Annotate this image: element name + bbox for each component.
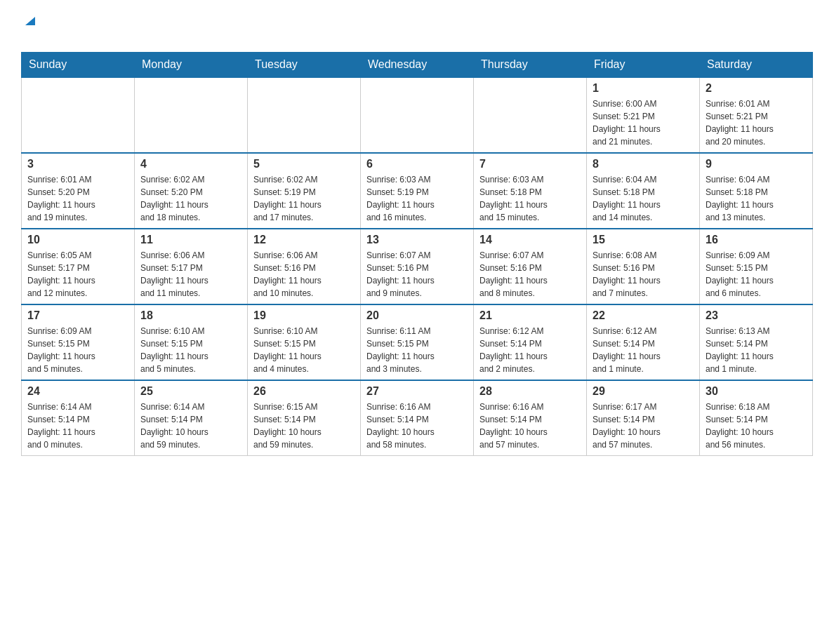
day-number: 23 (706, 309, 807, 322)
calendar-cell: 10Sunrise: 6:05 AM Sunset: 5:17 PM Dayli… (22, 229, 135, 304)
day-number: 28 (479, 385, 581, 398)
day-number: 26 (253, 385, 355, 398)
day-number: 19 (253, 309, 355, 322)
day-info: Sunrise: 6:02 AM Sunset: 5:19 PM Dayligh… (253, 173, 355, 224)
day-info: Sunrise: 6:05 AM Sunset: 5:17 PM Dayligh… (27, 249, 128, 300)
page-header (21, 14, 813, 45)
day-info: Sunrise: 6:10 AM Sunset: 5:15 PM Dayligh… (253, 325, 355, 375)
day-number: 9 (706, 158, 807, 170)
day-number: 15 (593, 234, 694, 246)
day-number: 1 (593, 82, 694, 95)
day-info: Sunrise: 6:14 AM Sunset: 5:14 PM Dayligh… (140, 401, 241, 451)
calendar-cell: 24Sunrise: 6:14 AM Sunset: 5:14 PM Dayli… (22, 380, 135, 456)
day-info: Sunrise: 6:09 AM Sunset: 5:15 PM Dayligh… (706, 249, 807, 300)
calendar-cell: 21Sunrise: 6:12 AM Sunset: 5:14 PM Dayli… (474, 304, 587, 380)
day-info: Sunrise: 6:15 AM Sunset: 5:14 PM Dayligh… (253, 401, 355, 451)
day-info: Sunrise: 6:12 AM Sunset: 5:14 PM Dayligh… (593, 325, 694, 375)
calendar-cell: 12Sunrise: 6:06 AM Sunset: 5:16 PM Dayli… (248, 229, 361, 304)
day-number: 2 (706, 82, 807, 95)
calendar-week-4: 17Sunrise: 6:09 AM Sunset: 5:15 PM Dayli… (22, 304, 813, 380)
calendar-week-5: 24Sunrise: 6:14 AM Sunset: 5:14 PM Dayli… (22, 380, 813, 456)
calendar-week-2: 3Sunrise: 6:01 AM Sunset: 5:20 PM Daylig… (22, 153, 813, 229)
day-number: 30 (706, 385, 807, 398)
calendar-cell: 11Sunrise: 6:06 AM Sunset: 5:17 PM Dayli… (135, 229, 248, 304)
calendar-cell: 20Sunrise: 6:11 AM Sunset: 5:15 PM Dayli… (361, 304, 474, 380)
calendar-cell (22, 77, 135, 153)
day-info: Sunrise: 6:00 AM Sunset: 5:21 PM Dayligh… (593, 98, 694, 148)
day-info: Sunrise: 6:18 AM Sunset: 5:14 PM Dayligh… (706, 401, 807, 451)
day-number: 13 (366, 234, 468, 246)
weekday-header-sunday: Sunday (22, 53, 135, 78)
day-info: Sunrise: 6:16 AM Sunset: 5:14 PM Dayligh… (479, 401, 581, 451)
calendar-cell: 1Sunrise: 6:00 AM Sunset: 5:21 PM Daylig… (587, 77, 700, 153)
day-number: 4 (140, 158, 241, 170)
calendar-cell: 26Sunrise: 6:15 AM Sunset: 5:14 PM Dayli… (248, 380, 361, 456)
calendar-header-row: SundayMondayTuesdayWednesdayThursdayFrid… (22, 53, 813, 78)
day-info: Sunrise: 6:03 AM Sunset: 5:18 PM Dayligh… (479, 173, 581, 224)
calendar-cell: 3Sunrise: 6:01 AM Sunset: 5:20 PM Daylig… (22, 153, 135, 229)
weekday-header-wednesday: Wednesday (361, 53, 474, 78)
weekday-header-saturday: Saturday (700, 53, 813, 78)
calendar-cell: 16Sunrise: 6:09 AM Sunset: 5:15 PM Dayli… (700, 229, 813, 304)
calendar-cell: 7Sunrise: 6:03 AM Sunset: 5:18 PM Daylig… (474, 153, 587, 229)
calendar-cell: 22Sunrise: 6:12 AM Sunset: 5:14 PM Dayli… (587, 304, 700, 380)
day-number: 25 (140, 385, 241, 398)
day-number: 8 (593, 158, 694, 170)
day-number: 10 (27, 234, 128, 246)
calendar-cell (474, 77, 587, 153)
day-info: Sunrise: 6:17 AM Sunset: 5:14 PM Dayligh… (593, 401, 694, 451)
day-number: 3 (27, 158, 128, 170)
day-info: Sunrise: 6:14 AM Sunset: 5:14 PM Dayligh… (27, 401, 128, 451)
calendar-cell: 15Sunrise: 6:08 AM Sunset: 5:16 PM Dayli… (587, 229, 700, 304)
calendar-cell: 8Sunrise: 6:04 AM Sunset: 5:18 PM Daylig… (587, 153, 700, 229)
calendar-cell: 28Sunrise: 6:16 AM Sunset: 5:14 PM Dayli… (474, 380, 587, 456)
calendar-week-3: 10Sunrise: 6:05 AM Sunset: 5:17 PM Dayli… (22, 229, 813, 304)
calendar-week-1: 1Sunrise: 6:00 AM Sunset: 5:21 PM Daylig… (22, 77, 813, 153)
day-info: Sunrise: 6:01 AM Sunset: 5:20 PM Dayligh… (27, 173, 128, 224)
logo-triangle-icon (22, 13, 38, 28)
day-info: Sunrise: 6:07 AM Sunset: 5:16 PM Dayligh… (366, 249, 468, 300)
day-info: Sunrise: 6:01 AM Sunset: 5:21 PM Dayligh… (706, 98, 807, 148)
logo (21, 14, 51, 45)
calendar-cell: 29Sunrise: 6:17 AM Sunset: 5:14 PM Dayli… (587, 380, 700, 456)
day-info: Sunrise: 6:12 AM Sunset: 5:14 PM Dayligh… (479, 325, 581, 375)
day-number: 24 (27, 385, 128, 398)
day-number: 22 (593, 309, 694, 322)
svg-marker-0 (25, 17, 35, 25)
calendar-table: SundayMondayTuesdayWednesdayThursdayFrid… (21, 52, 813, 456)
day-info: Sunrise: 6:11 AM Sunset: 5:15 PM Dayligh… (366, 325, 468, 375)
calendar-cell (135, 77, 248, 153)
weekday-header-tuesday: Tuesday (248, 53, 361, 78)
day-number: 6 (366, 158, 468, 170)
day-number: 7 (479, 158, 581, 170)
calendar-cell: 2Sunrise: 6:01 AM Sunset: 5:21 PM Daylig… (700, 77, 813, 153)
day-info: Sunrise: 6:06 AM Sunset: 5:16 PM Dayligh… (253, 249, 355, 300)
weekday-header-thursday: Thursday (474, 53, 587, 78)
day-info: Sunrise: 6:07 AM Sunset: 5:16 PM Dayligh… (479, 249, 581, 300)
calendar-cell: 19Sunrise: 6:10 AM Sunset: 5:15 PM Dayli… (248, 304, 361, 380)
calendar-cell (361, 77, 474, 153)
day-number: 27 (366, 385, 468, 398)
day-info: Sunrise: 6:08 AM Sunset: 5:16 PM Dayligh… (593, 249, 694, 300)
day-number: 11 (140, 234, 241, 246)
calendar-cell: 23Sunrise: 6:13 AM Sunset: 5:14 PM Dayli… (700, 304, 813, 380)
calendar-cell: 9Sunrise: 6:04 AM Sunset: 5:18 PM Daylig… (700, 153, 813, 229)
day-number: 20 (366, 309, 468, 322)
calendar-cell: 30Sunrise: 6:18 AM Sunset: 5:14 PM Dayli… (700, 380, 813, 456)
calendar-cell: 25Sunrise: 6:14 AM Sunset: 5:14 PM Dayli… (135, 380, 248, 456)
day-info: Sunrise: 6:02 AM Sunset: 5:20 PM Dayligh… (140, 173, 241, 224)
calendar-cell: 18Sunrise: 6:10 AM Sunset: 5:15 PM Dayli… (135, 304, 248, 380)
day-info: Sunrise: 6:03 AM Sunset: 5:19 PM Dayligh… (366, 173, 468, 224)
day-info: Sunrise: 6:10 AM Sunset: 5:15 PM Dayligh… (140, 325, 241, 375)
day-info: Sunrise: 6:13 AM Sunset: 5:14 PM Dayligh… (706, 325, 807, 375)
weekday-header-monday: Monday (135, 53, 248, 78)
day-info: Sunrise: 6:16 AM Sunset: 5:14 PM Dayligh… (366, 401, 468, 451)
day-number: 18 (140, 309, 241, 322)
day-number: 5 (253, 158, 355, 170)
calendar-cell: 6Sunrise: 6:03 AM Sunset: 5:19 PM Daylig… (361, 153, 474, 229)
day-number: 16 (706, 234, 807, 246)
calendar-cell: 13Sunrise: 6:07 AM Sunset: 5:16 PM Dayli… (361, 229, 474, 304)
calendar-cell: 27Sunrise: 6:16 AM Sunset: 5:14 PM Dayli… (361, 380, 474, 456)
calendar-cell: 17Sunrise: 6:09 AM Sunset: 5:15 PM Dayli… (22, 304, 135, 380)
calendar-cell: 5Sunrise: 6:02 AM Sunset: 5:19 PM Daylig… (248, 153, 361, 229)
